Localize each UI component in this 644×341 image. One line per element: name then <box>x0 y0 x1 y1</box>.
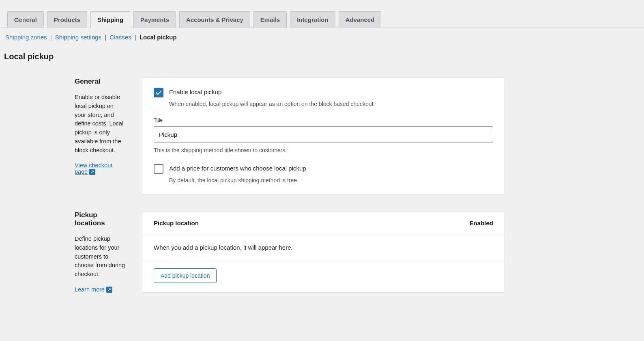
locations-panel: Pickup location Enabled When you add a p… <box>142 211 505 293</box>
tab-general[interactable]: General <box>7 11 44 28</box>
locations-description: Define pickup locations for your custome… <box>75 235 126 279</box>
title-help-text: This is the shipping method title shown … <box>154 147 493 153</box>
locations-table-footer: Add pickup location <box>142 260 504 291</box>
title-input[interactable] <box>154 126 493 143</box>
general-section-sidebar: General Enable or disable local pickup o… <box>4 78 126 195</box>
general-heading: General <box>75 78 126 86</box>
enable-local-pickup-checkbox[interactable] <box>154 88 163 97</box>
separator: | <box>50 34 52 41</box>
locations-section: Pickup locations Define pickup locations… <box>4 211 640 293</box>
general-section: General Enable or disable local pickup o… <box>4 78 640 195</box>
tab-advanced[interactable]: Advanced <box>339 11 382 28</box>
general-description: Enable or disable local pickup on your s… <box>75 93 126 155</box>
settings-tabs: General Products Shipping Payments Accou… <box>0 0 644 28</box>
tab-accounts-privacy[interactable]: Accounts & Privacy <box>179 11 250 28</box>
col-enabled: Enabled <box>470 220 493 227</box>
add-price-label: Add a price for customers who choose loc… <box>169 164 306 172</box>
shipping-subnav: Shipping zones | Shipping settings | Cla… <box>0 28 644 45</box>
price-help-text: By default, the local pickup shipping me… <box>169 176 493 185</box>
view-checkout-link[interactable]: View checkout page↗ <box>75 162 112 175</box>
title-field-label: Title <box>154 117 493 123</box>
tab-products[interactable]: Products <box>47 11 87 28</box>
locations-empty-state: When you add a pickup location, it will … <box>142 235 504 260</box>
locations-section-sidebar: Pickup locations Define pickup locations… <box>4 211 126 293</box>
enable-help-text: When enabled, local pickup will appear a… <box>169 100 493 108</box>
page-title: Local pickup <box>0 45 644 69</box>
subnav-shipping-settings[interactable]: Shipping settings <box>55 34 101 41</box>
enable-local-pickup-label: Enable local pickup <box>169 88 221 95</box>
tab-integration[interactable]: Integration <box>290 11 335 28</box>
separator: | <box>105 34 106 41</box>
learn-more-link[interactable]: Learn more↗ <box>75 286 112 293</box>
tab-payments[interactable]: Payments <box>133 11 176 28</box>
locations-heading: Pickup locations <box>75 211 126 227</box>
subnav-shipping-zones[interactable]: Shipping zones <box>5 34 47 41</box>
external-link-icon: ↗ <box>89 169 95 175</box>
locations-table-header: Pickup location Enabled <box>142 212 504 235</box>
tab-shipping[interactable]: Shipping <box>90 11 130 28</box>
subnav-local-pickup-current: Local pickup <box>140 34 177 41</box>
external-link-icon: ↗ <box>106 287 112 293</box>
col-pickup-location: Pickup location <box>154 220 199 227</box>
general-panel: Enable local pickup When enabled, local … <box>142 78 505 195</box>
tab-emails[interactable]: Emails <box>253 11 287 28</box>
subnav-classes[interactable]: Classes <box>109 34 131 41</box>
add-price-checkbox[interactable] <box>154 164 163 174</box>
add-pickup-location-button[interactable]: Add pickup location <box>154 268 217 283</box>
separator: | <box>135 34 136 41</box>
